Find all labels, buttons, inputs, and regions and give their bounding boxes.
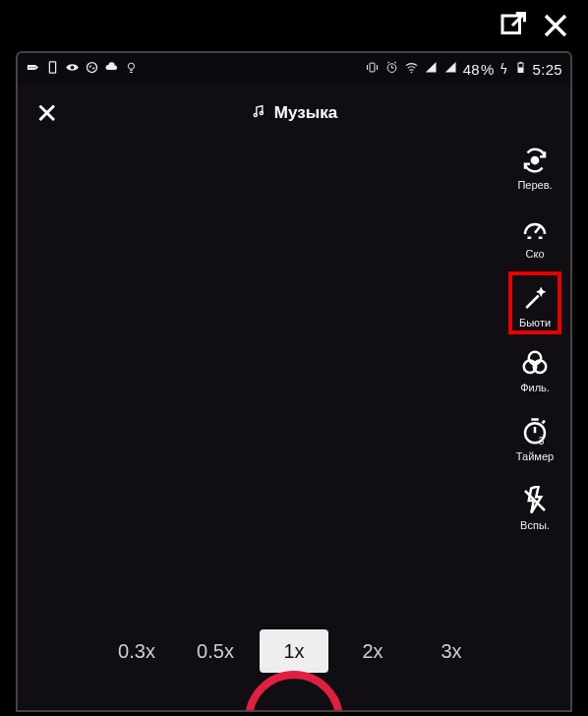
sync-icon [85, 60, 99, 78]
wifi-icon [404, 60, 419, 78]
timer-button[interactable]: 3 Таймер [516, 415, 554, 462]
music-label: Музыка [274, 103, 337, 123]
svg-rect-4 [49, 62, 55, 73]
switch-camera-label: Перев. [517, 179, 552, 191]
svg-point-7 [128, 63, 134, 69]
speed-1x[interactable]: 1x [260, 629, 328, 673]
clock: 5:25 [533, 61, 562, 78]
status-bar: 48 % ϟ 5:25 [18, 53, 570, 85]
switch-camera-icon [518, 144, 552, 177]
svg-rect-0 [502, 16, 520, 33]
speed-0.5x[interactable]: 0.5x [181, 629, 250, 673]
svg-point-5 [71, 66, 75, 70]
svg-point-6 [88, 63, 97, 73]
signal1-icon [424, 60, 439, 78]
vibrate-icon [365, 60, 380, 78]
beauty-button[interactable]: Бьюти [508, 271, 561, 334]
speedometer-icon [518, 212, 552, 246]
status-left-icons [26, 60, 139, 78]
svg-point-15 [260, 111, 263, 114]
device-icon [45, 60, 60, 78]
bolt-icon: ϟ [500, 62, 508, 77]
speed-3x[interactable]: 3x [417, 629, 486, 673]
right-rail: Перев. Ско [500, 144, 570, 531]
speed-0.3x[interactable]: 0.3x [102, 629, 171, 673]
browser-chrome [4, 4, 584, 51]
svg-point-10 [410, 72, 412, 74]
signal2-icon [443, 60, 458, 78]
open-external-icon[interactable] [498, 11, 527, 44]
flash-label: Вспы. [520, 519, 550, 531]
svg-rect-13 [519, 62, 522, 63]
cloud-icon [104, 60, 119, 78]
tag-icon [26, 60, 40, 78]
timer-icon: 3 [518, 415, 552, 448]
flash-off-icon [518, 484, 552, 517]
battery-icon [513, 60, 528, 78]
camera-app: ✕ Музыка [18, 85, 570, 710]
alarm-icon [384, 60, 399, 78]
filters-icon [518, 346, 552, 380]
battery-pct: 48 [463, 61, 480, 78]
filters-label: Филь. [520, 382, 550, 393]
pct-sign: % [481, 61, 495, 78]
svg-point-1 [29, 67, 30, 68]
svg-text:3: 3 [539, 436, 545, 447]
status-right-icons: 48 % ϟ 5:25 [365, 60, 562, 78]
filters-button[interactable]: Филь. [518, 346, 552, 393]
record-button[interactable] [245, 671, 343, 712]
bulb-icon [124, 60, 139, 78]
speed-2x[interactable]: 2x [338, 629, 407, 673]
speed-button[interactable]: Ско [518, 212, 552, 260]
svg-point-3 [34, 67, 35, 68]
svg-rect-8 [370, 63, 375, 72]
magic-wand-icon [518, 281, 552, 315]
svg-point-16 [532, 157, 538, 163]
device-frame: 48 % ϟ 5:25 ✕ Му [16, 51, 572, 712]
top-row: ✕ Музыка [18, 85, 570, 142]
svg-point-14 [254, 113, 257, 116]
svg-rect-12 [518, 68, 523, 73]
speed-label: Ско [526, 248, 545, 260]
timer-label: Таймер [516, 450, 554, 462]
music-note-icon [251, 103, 266, 124]
add-music-button[interactable]: Музыка [251, 103, 337, 124]
close-button[interactable]: ✕ [35, 97, 58, 130]
close-icon[interactable] [541, 11, 570, 44]
outer-frame: 48 % ϟ 5:25 ✕ Му [0, 0, 588, 716]
svg-point-2 [31, 67, 32, 68]
switch-camera-button[interactable]: Перев. [517, 144, 552, 191]
flash-button[interactable]: Вспы. [518, 484, 552, 531]
speed-selector: 0.3x 0.5x 1x 2x 3x [18, 629, 570, 673]
beauty-label: Бьюти [519, 317, 551, 328]
eye-icon [65, 60, 80, 78]
